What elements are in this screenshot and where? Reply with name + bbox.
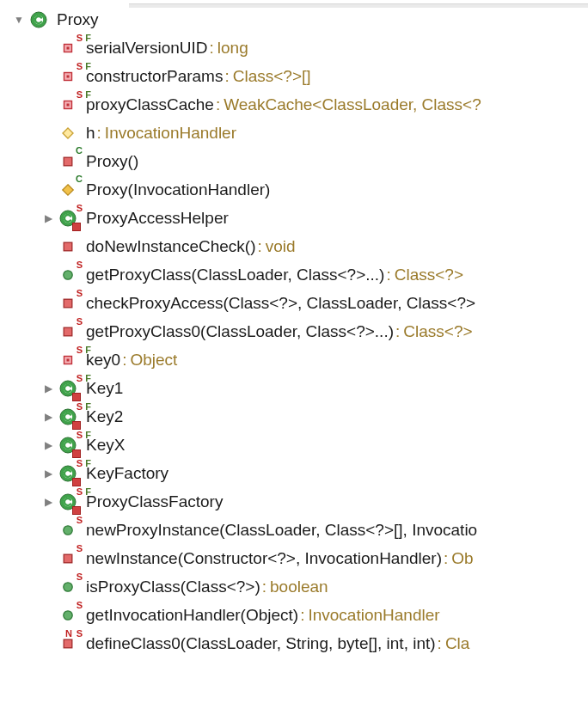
- static-badge-icon: S: [77, 628, 83, 639]
- panel-header-bar: [129, 3, 588, 8]
- tree-row[interactable]: ▶ SFconstructorParams : Class<?>[]: [0, 62, 588, 90]
- static-badge-icon: S: [77, 260, 83, 270]
- method-private-icon: [57, 235, 79, 258]
- tree-row[interactable]: ▶ h : InvocationHandler: [0, 119, 588, 147]
- tree-row[interactable]: ▶ SgetProxyClass0(ClassLoader, Class<?>.…: [0, 317, 588, 345]
- member-type: long: [217, 39, 248, 58]
- method-private-icon: C: [57, 150, 79, 173]
- static-badge-icon: S: [77, 458, 83, 468]
- member-name: constructorParams: [86, 67, 223, 86]
- type-separator: :: [436, 634, 445, 653]
- final-badge-icon: F: [85, 430, 91, 440]
- static-badge-icon: S: [77, 572, 83, 582]
- member-type: InvocationHandler: [105, 124, 236, 143]
- tree-row[interactable]: ▶ SFKey2: [0, 402, 588, 431]
- method-protected-icon: C: [57, 179, 79, 201]
- svg-rect-3: [67, 46, 70, 49]
- private-lock-overlay-icon: [72, 449, 81, 458]
- svg-point-14: [64, 270, 72, 278]
- type-separator: :: [260, 578, 270, 596]
- svg-marker-8: [63, 128, 73, 138]
- field-protected-icon: [57, 122, 79, 144]
- method-private-icon: S: [57, 321, 79, 343]
- member-name: ProxyClassFactory: [86, 492, 223, 511]
- final-badge-icon: F: [85, 61, 91, 71]
- method-private-icon: S: [57, 547, 79, 570]
- type-separator: :: [214, 95, 224, 114]
- tree-row[interactable]: ▶ SnewInstance(Constructor<?>, Invocatio…: [0, 544, 588, 572]
- final-badge-icon: F: [85, 33, 91, 43]
- tree-row[interactable]: ▶ SFKeyX: [0, 431, 588, 459]
- tree-row[interactable]: ▶ ScheckProxyAccess(Class<?>, ClassLoade…: [0, 289, 588, 317]
- member-name: proxyClassCache: [86, 95, 214, 114]
- member-name: KeyX: [86, 436, 125, 455]
- static-badge-icon: S: [77, 430, 83, 440]
- tree-row[interactable]: ▼ Proxy: [0, 5, 588, 34]
- type-separator: :: [384, 266, 394, 284]
- tree-row[interactable]: ▶ doNewInstanceCheck() : void: [0, 232, 588, 260]
- tree-row[interactable]: ▶ CProxy(InvocationHandler): [0, 175, 588, 204]
- chevron-right-icon[interactable]: ▶: [41, 496, 55, 508]
- member-name: newProxyInstance(ClassLoader, Class<?>[]…: [86, 521, 477, 540]
- chevron-right-icon[interactable]: ▶: [41, 382, 55, 394]
- final-badge-icon: F: [85, 89, 91, 100]
- method-private-icon: S: [57, 292, 79, 315]
- member-name: checkProxyAccess(Class<?>, ClassLoader, …: [86, 294, 475, 313]
- method-public-icon: S: [57, 576, 79, 598]
- chevron-right-icon[interactable]: ▶: [41, 411, 55, 423]
- tree-row[interactable]: ▶ CProxy(): [0, 147, 588, 175]
- member-name: getInvocationHandler(Object): [86, 606, 298, 625]
- tree-row[interactable]: ▶ SFKey1: [0, 374, 588, 402]
- member-type: Object: [130, 351, 177, 370]
- member-name: getProxyClass0(ClassLoader, Class<?>...): [86, 322, 394, 341]
- field-private-icon: SF: [57, 349, 79, 371]
- tree-row[interactable]: ▶ SProxyAccessHelper: [0, 204, 588, 232]
- member-name: Key2: [86, 407, 123, 426]
- final-badge-icon: F: [85, 373, 91, 383]
- static-badge-icon: S: [77, 345, 83, 355]
- member-type: boolean: [270, 578, 328, 596]
- member-type: Class<?>[]: [233, 67, 311, 86]
- method-public-icon: S: [57, 264, 79, 286]
- chevron-right-icon[interactable]: ▶: [41, 439, 55, 451]
- private-lock-overlay-icon: [72, 421, 81, 430]
- private-lock-overlay-icon: [72, 478, 81, 486]
- tree-row[interactable]: ▶ SFKeyFactory: [0, 459, 588, 487]
- tree-row[interactable]: ▶ SFproxyClassCache : WeakCache<ClassLoa…: [0, 90, 588, 119]
- tree-row[interactable]: ▶ SgetProxyClass(ClassLoader, Class<?>..…: [0, 260, 588, 289]
- tree-row[interactable]: ▶ SisProxyClass(Class<?>) : boolean: [0, 572, 588, 601]
- member-name: Proxy: [57, 10, 99, 29]
- member-name: key0: [86, 351, 120, 370]
- chevron-right-icon[interactable]: ▶: [41, 468, 55, 480]
- final-badge-icon: F: [85, 345, 91, 355]
- tree-row[interactable]: ▶ SFserialVersionUID : long: [0, 34, 588, 62]
- static-badge-icon: S: [77, 515, 83, 525]
- member-name: Key1: [86, 379, 123, 398]
- method-private-icon: NS: [57, 633, 79, 655]
- tree-row[interactable]: ▶ NSdefineClass0(ClassLoader, String, by…: [0, 629, 588, 657]
- tree-row[interactable]: ▶ SnewProxyInstance(ClassLoader, Class<?…: [0, 516, 588, 544]
- private-lock-overlay-icon: [72, 223, 81, 231]
- tree-row[interactable]: ▶ SFProxyClassFactory: [0, 487, 588, 516]
- type-separator: :: [298, 606, 308, 625]
- chevron-right-icon[interactable]: ▶: [41, 212, 55, 224]
- static-badge-icon: S: [77, 543, 83, 553]
- member-type: Class<?>: [403, 322, 472, 341]
- svg-point-32: [64, 610, 72, 619]
- final-badge-icon: F: [85, 401, 91, 412]
- svg-rect-7: [67, 103, 70, 106]
- tree-row[interactable]: ▶ SFkey0 : Object: [0, 345, 588, 374]
- field-private-icon: SF: [57, 65, 79, 88]
- type-separator: :: [442, 549, 451, 568]
- svg-point-29: [64, 525, 72, 534]
- private-lock-overlay-icon: [72, 506, 81, 515]
- class-priv-icon: SF: [57, 434, 79, 456]
- chevron-down-icon[interactable]: ▼: [12, 14, 26, 26]
- structure-tree: ▼ Proxy▶ SFserialVersionUID : long▶ SFco…: [0, 0, 588, 666]
- tree-row[interactable]: ▶ SgetInvocationHandler(Object) : Invoca…: [0, 601, 588, 629]
- svg-rect-30: [64, 554, 72, 563]
- native-badge-icon: N: [65, 628, 72, 639]
- svg-rect-13: [64, 242, 72, 251]
- type-separator: :: [394, 322, 403, 341]
- static-badge-icon: S: [77, 401, 83, 412]
